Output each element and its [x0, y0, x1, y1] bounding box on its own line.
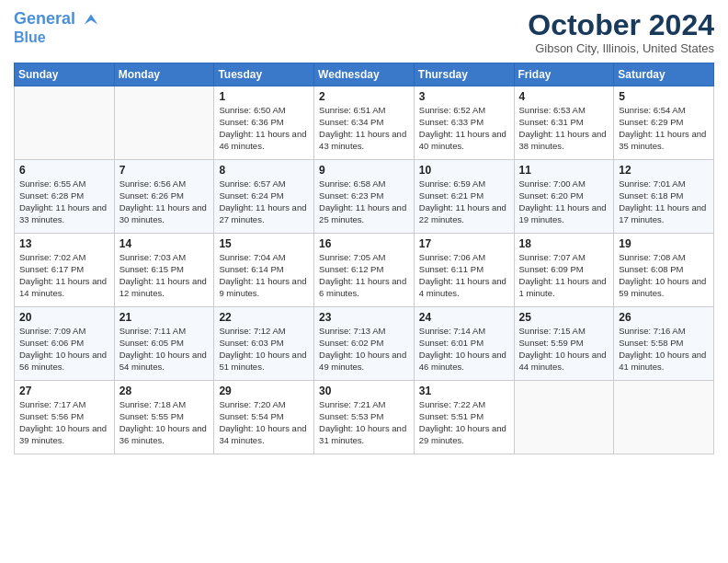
calendar-cell: 15Sunrise: 7:04 AMSunset: 6:14 PMDayligh… — [214, 234, 314, 307]
week-row-2: 6Sunrise: 6:55 AMSunset: 6:28 PMDaylight… — [15, 160, 714, 234]
calendar-cell: 28Sunrise: 7:18 AMSunset: 5:55 PMDayligh… — [114, 381, 214, 454]
calendar-cell: 24Sunrise: 7:14 AMSunset: 6:01 PMDayligh… — [414, 307, 514, 381]
weekday-header-wednesday: Wednesday — [314, 63, 415, 86]
svg-marker-0 — [85, 15, 98, 25]
cell-content: Sunrise: 7:21 AMSunset: 5:53 PMDaylight:… — [319, 399, 409, 446]
day-number: 31 — [419, 385, 509, 397]
calendar-cell: 19Sunrise: 7:08 AMSunset: 6:08 PMDayligh… — [614, 234, 714, 307]
week-row-3: 13Sunrise: 7:02 AMSunset: 6:17 PMDayligh… — [15, 234, 714, 307]
day-number: 16 — [319, 237, 409, 250]
calendar-cell: 16Sunrise: 7:05 AMSunset: 6:12 PMDayligh… — [314, 234, 415, 307]
calendar-cell: 13Sunrise: 7:02 AMSunset: 6:17 PMDayligh… — [15, 234, 115, 307]
day-number: 30 — [319, 385, 409, 397]
calendar-cell: 12Sunrise: 7:01 AMSunset: 6:18 PMDayligh… — [614, 160, 714, 234]
weekday-header-sunday: Sunday — [15, 63, 115, 86]
logo-blue-text: Blue — [14, 29, 101, 46]
cell-content: Sunrise: 7:08 AMSunset: 6:08 PMDaylight:… — [619, 252, 709, 299]
day-number: 7 — [119, 164, 210, 177]
cell-content: Sunrise: 7:02 AMSunset: 6:17 PMDaylight:… — [19, 252, 109, 299]
cell-content: Sunrise: 6:51 AMSunset: 6:34 PMDaylight:… — [319, 105, 409, 152]
cell-content: Sunrise: 6:50 AMSunset: 6:36 PMDaylight:… — [219, 105, 309, 152]
weekday-header-saturday: Saturday — [614, 63, 714, 86]
calendar-cell: 29Sunrise: 7:20 AMSunset: 5:54 PMDayligh… — [214, 381, 314, 454]
day-number: 19 — [619, 237, 709, 250]
cell-content: Sunrise: 7:17 AMSunset: 5:56 PMDaylight:… — [19, 399, 109, 446]
day-number: 4 — [519, 90, 609, 103]
day-number: 27 — [19, 385, 109, 397]
weekday-header-friday: Friday — [514, 63, 614, 86]
location-title: Gibson City, Illinois, United States — [528, 41, 714, 55]
calendar-cell: 23Sunrise: 7:13 AMSunset: 6:02 PMDayligh… — [314, 307, 415, 381]
calendar-cell: 27Sunrise: 7:17 AMSunset: 5:56 PMDayligh… — [15, 381, 115, 454]
cell-content: Sunrise: 7:12 AMSunset: 6:03 PMDaylight:… — [219, 326, 309, 373]
day-number: 26 — [619, 311, 709, 324]
cell-content: Sunrise: 7:16 AMSunset: 5:58 PMDaylight:… — [619, 326, 709, 373]
cell-content: Sunrise: 7:06 AMSunset: 6:11 PMDaylight:… — [419, 252, 509, 299]
cell-content: Sunrise: 7:00 AMSunset: 6:20 PMDaylight:… — [519, 178, 609, 225]
week-row-4: 20Sunrise: 7:09 AMSunset: 6:06 PMDayligh… — [15, 307, 714, 381]
calendar-cell: 26Sunrise: 7:16 AMSunset: 5:58 PMDayligh… — [614, 307, 714, 381]
week-row-1: 1Sunrise: 6:50 AMSunset: 6:36 PMDaylight… — [15, 86, 714, 160]
day-number: 5 — [619, 90, 709, 103]
day-number: 20 — [19, 311, 109, 324]
day-number: 12 — [619, 164, 709, 177]
day-number: 10 — [419, 164, 509, 177]
cell-content: Sunrise: 7:11 AMSunset: 6:05 PMDaylight:… — [119, 326, 210, 373]
day-number: 14 — [119, 237, 210, 250]
day-number: 15 — [219, 237, 309, 250]
cell-content: Sunrise: 6:55 AMSunset: 6:28 PMDaylight:… — [19, 178, 109, 225]
calendar-cell: 17Sunrise: 7:06 AMSunset: 6:11 PMDayligh… — [414, 234, 514, 307]
title-block: October 2024 Gibson City, Illinois, Unit… — [528, 9, 714, 55]
day-number: 21 — [119, 311, 210, 324]
calendar-cell: 2Sunrise: 6:51 AMSunset: 6:34 PMDaylight… — [314, 86, 415, 160]
day-number: 18 — [519, 237, 609, 250]
day-number: 2 — [319, 90, 409, 103]
calendar-cell — [514, 381, 614, 454]
logo-text: General — [14, 9, 101, 29]
calendar-cell: 4Sunrise: 6:53 AMSunset: 6:31 PMDaylight… — [514, 86, 614, 160]
logo: General Blue — [14, 9, 101, 46]
day-number: 3 — [419, 90, 509, 103]
calendar-cell: 1Sunrise: 6:50 AMSunset: 6:36 PMDaylight… — [214, 86, 314, 160]
cell-content: Sunrise: 7:13 AMSunset: 6:02 PMDaylight:… — [319, 326, 409, 373]
day-number: 9 — [319, 164, 409, 177]
cell-content: Sunrise: 6:54 AMSunset: 6:29 PMDaylight:… — [619, 105, 709, 152]
cell-content: Sunrise: 6:52 AMSunset: 6:33 PMDaylight:… — [419, 105, 509, 152]
calendar-cell — [114, 86, 214, 160]
cell-content: Sunrise: 6:57 AMSunset: 6:24 PMDaylight:… — [219, 178, 309, 225]
calendar-cell — [614, 381, 714, 454]
header: General Blue October 2024 Gibson City, I… — [14, 9, 714, 55]
calendar-cell: 14Sunrise: 7:03 AMSunset: 6:15 PMDayligh… — [114, 234, 214, 307]
calendar-page: General Blue October 2024 Gibson City, I… — [0, 0, 728, 563]
calendar-cell: 18Sunrise: 7:07 AMSunset: 6:09 PMDayligh… — [514, 234, 614, 307]
cell-content: Sunrise: 7:04 AMSunset: 6:14 PMDaylight:… — [219, 252, 309, 299]
calendar-cell: 30Sunrise: 7:21 AMSunset: 5:53 PMDayligh… — [314, 381, 415, 454]
calendar-cell: 31Sunrise: 7:22 AMSunset: 5:51 PMDayligh… — [414, 381, 514, 454]
cell-content: Sunrise: 7:09 AMSunset: 6:06 PMDaylight:… — [19, 326, 109, 373]
weekday-header-monday: Monday — [114, 63, 214, 86]
cell-content: Sunrise: 6:58 AMSunset: 6:23 PMDaylight:… — [319, 178, 409, 225]
weekday-header-thursday: Thursday — [414, 63, 514, 86]
calendar-cell: 6Sunrise: 6:55 AMSunset: 6:28 PMDaylight… — [15, 160, 115, 234]
calendar-cell: 5Sunrise: 6:54 AMSunset: 6:29 PMDaylight… — [614, 86, 714, 160]
day-number: 24 — [419, 311, 509, 324]
cell-content: Sunrise: 7:18 AMSunset: 5:55 PMDaylight:… — [119, 399, 210, 446]
calendar-cell: 3Sunrise: 6:52 AMSunset: 6:33 PMDaylight… — [414, 86, 514, 160]
calendar-cell: 8Sunrise: 6:57 AMSunset: 6:24 PMDaylight… — [214, 160, 314, 234]
day-number: 6 — [19, 164, 109, 177]
day-number: 8 — [219, 164, 309, 177]
calendar-cell: 11Sunrise: 7:00 AMSunset: 6:20 PMDayligh… — [514, 160, 614, 234]
day-number: 29 — [219, 385, 309, 397]
day-number: 13 — [19, 237, 109, 250]
day-number: 1 — [219, 90, 309, 103]
calendar-table: SundayMondayTuesdayWednesdayThursdayFrid… — [14, 63, 714, 454]
cell-content: Sunrise: 7:14 AMSunset: 6:01 PMDaylight:… — [419, 326, 509, 373]
weekday-header-tuesday: Tuesday — [214, 63, 314, 86]
calendar-cell: 21Sunrise: 7:11 AMSunset: 6:05 PMDayligh… — [114, 307, 214, 381]
calendar-cell: 7Sunrise: 6:56 AMSunset: 6:26 PMDaylight… — [114, 160, 214, 234]
calendar-cell: 22Sunrise: 7:12 AMSunset: 6:03 PMDayligh… — [214, 307, 314, 381]
day-number: 22 — [219, 311, 309, 324]
cell-content: Sunrise: 6:53 AMSunset: 6:31 PMDaylight:… — [519, 105, 609, 152]
month-title: October 2024 — [528, 9, 714, 41]
weekday-header-row: SundayMondayTuesdayWednesdayThursdayFrid… — [15, 63, 714, 86]
